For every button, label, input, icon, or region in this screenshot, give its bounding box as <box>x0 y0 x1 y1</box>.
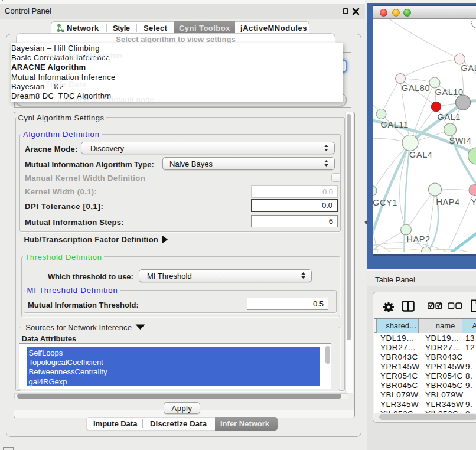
svg-text:Y: Y <box>471 197 476 207</box>
svg-text:GAL: GAL <box>461 63 476 73</box>
svg-text:GAL1: GAL1 <box>437 112 460 122</box>
svg-text:GAL11: GAL11 <box>380 120 408 129</box>
svg-text:GAL4: GAL4 <box>409 150 432 159</box>
svg-text:HAP2: HAP2 <box>406 234 430 244</box>
svg-text:GAL80: GAL80 <box>402 83 430 93</box>
svg-text:GAL10: GAL10 <box>435 87 463 97</box>
svg-text:GCY1: GCY1 <box>373 198 397 207</box>
svg-text:SWI4: SWI4 <box>449 136 471 145</box>
svg-text:HAP4: HAP4 <box>436 197 459 207</box>
